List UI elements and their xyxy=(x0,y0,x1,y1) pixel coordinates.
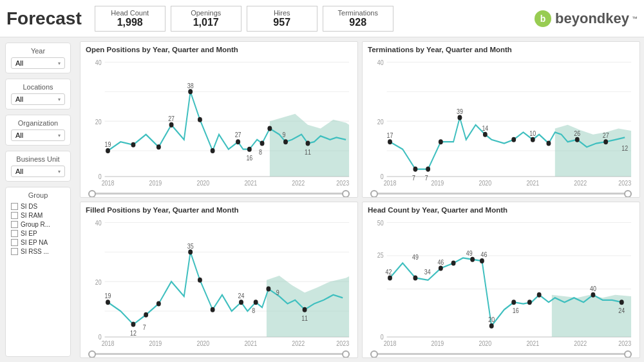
filter-locations-select[interactable]: All ▾ xyxy=(11,93,65,105)
group-item-sids-label: SI DS xyxy=(21,203,37,210)
svg-text:40: 40 xyxy=(590,285,596,292)
svg-text:40: 40 xyxy=(95,219,102,227)
svg-text:16: 16 xyxy=(513,307,519,315)
group-item-groupr-label: Group R... xyxy=(21,221,50,228)
svg-text:7: 7 xyxy=(412,174,415,182)
checkbox-sirss[interactable] xyxy=(11,248,18,255)
svg-text:20: 20 xyxy=(377,118,384,126)
chart-terminations-title: Terminations by Year, Quarter and Month xyxy=(368,46,634,53)
checkbox-siram[interactable] xyxy=(11,212,18,219)
svg-text:27: 27 xyxy=(603,132,609,140)
chevron-down-icon-4: ▾ xyxy=(58,169,61,175)
slider-handle-right-4[interactable] xyxy=(624,350,632,358)
slider-handle-right-2[interactable] xyxy=(624,190,632,198)
svg-point-55 xyxy=(546,141,551,146)
svg-text:b: b xyxy=(540,14,546,24)
slider-track-4[interactable] xyxy=(370,353,632,355)
svg-point-91 xyxy=(266,287,270,292)
checkbox-siepna[interactable] xyxy=(11,239,18,246)
svg-text:12: 12 xyxy=(130,329,137,337)
chart-filled-positions-title: Filled Positions by Year, Quarter and Mo… xyxy=(86,206,352,214)
kpi-hires-value: 957 xyxy=(258,17,307,28)
kpi-headcount-value: 1,998 xyxy=(106,17,155,28)
chart-terminations-svg: 40 20 0 xyxy=(368,55,634,191)
svg-point-21 xyxy=(267,126,272,131)
logo-area: b beyondkey™ xyxy=(533,9,638,28)
group-item-groupr: Group R... xyxy=(11,221,65,228)
svg-point-57 xyxy=(603,139,608,144)
slider-handle-right-3[interactable] xyxy=(342,350,350,358)
kpi-terminations-value: 928 xyxy=(334,17,383,28)
kpi-terminations-label: Terminations xyxy=(334,9,383,17)
svg-text:2023: 2023 xyxy=(618,339,631,347)
chevron-down-icon: ▾ xyxy=(58,61,61,66)
chart-head-count-title: Head Count by Year, Quarter and Month xyxy=(368,206,634,214)
svg-point-56 xyxy=(575,137,580,142)
slider-track[interactable] xyxy=(88,193,350,195)
group-item-siep-label: SI EP xyxy=(21,230,37,237)
sidebar: Year All ▾ Locations All ▾ Organization … xyxy=(0,37,76,362)
chart-filled-positions-slider[interactable] xyxy=(86,352,352,355)
group-item-siepna-label: SI EP NA xyxy=(21,239,48,246)
svg-point-90 xyxy=(254,300,258,305)
svg-text:2020: 2020 xyxy=(196,339,209,347)
kpi-headcount: Head Count 1,998 xyxy=(95,6,166,32)
slider-handle-left-4[interactable] xyxy=(370,350,378,358)
group-item-siram-label: SI RAM xyxy=(21,212,43,219)
svg-text:24: 24 xyxy=(238,292,245,300)
group-title: Group xyxy=(11,191,65,199)
svg-point-13 xyxy=(156,144,161,149)
filter-organization-select[interactable]: All ▾ xyxy=(11,129,65,141)
slider-handle-left-3[interactable] xyxy=(88,350,96,358)
slider-handle-left[interactable] xyxy=(88,190,96,198)
checkbox-sids[interactable] xyxy=(11,203,18,210)
group-item-siram: SI RAM xyxy=(11,212,65,219)
filter-locations-value: All xyxy=(15,95,23,103)
filter-organization-label: Organization xyxy=(11,119,65,127)
svg-text:35: 35 xyxy=(187,242,194,250)
chart-terminations-slider[interactable] xyxy=(368,191,634,195)
filter-year-value: All xyxy=(15,59,23,67)
slider-handle-left-2[interactable] xyxy=(370,190,378,198)
group-item-siepna: SI EP NA xyxy=(11,239,65,246)
logo-tm: ™ xyxy=(632,15,638,22)
svg-text:10: 10 xyxy=(529,129,536,137)
svg-point-120 xyxy=(480,258,484,263)
svg-point-85 xyxy=(156,301,161,307)
svg-text:2018: 2018 xyxy=(384,179,397,187)
slider-track-2[interactable] xyxy=(370,193,632,195)
svg-point-23 xyxy=(306,141,310,146)
header: Forecast Head Count 1,998 Openings 1,017… xyxy=(0,0,644,37)
chart-head-count-slider[interactable] xyxy=(368,352,634,355)
svg-point-19 xyxy=(247,147,252,152)
slider-track-3[interactable] xyxy=(88,353,350,355)
svg-point-118 xyxy=(451,260,456,265)
chart-open-positions-slider[interactable] xyxy=(86,191,352,195)
app-container: Forecast Head Count 1,998 Openings 1,017… xyxy=(0,0,644,362)
svg-point-53 xyxy=(511,137,516,142)
checkbox-groupr[interactable] xyxy=(11,221,18,228)
kpi-terminations: Terminations 928 xyxy=(323,6,393,32)
svg-text:7: 7 xyxy=(143,323,146,331)
checkbox-siep[interactable] xyxy=(11,230,18,237)
svg-point-92 xyxy=(303,307,307,312)
filter-year-select[interactable]: All ▾ xyxy=(11,57,65,69)
logo-text: beyondkey xyxy=(555,10,629,27)
svg-point-47 xyxy=(388,139,392,144)
svg-text:2020: 2020 xyxy=(478,339,491,347)
svg-text:20: 20 xyxy=(95,118,102,126)
svg-text:19: 19 xyxy=(105,292,111,300)
filter-business-unit-select[interactable]: All ▾ xyxy=(11,166,65,177)
svg-text:8: 8 xyxy=(252,307,255,315)
svg-text:26: 26 xyxy=(574,129,580,137)
page-title: Forecast xyxy=(6,8,82,29)
slider-handle-right[interactable] xyxy=(342,190,350,198)
kpi-openings-value: 1,017 xyxy=(182,17,231,28)
svg-text:2019: 2019 xyxy=(149,179,162,187)
chart-open-positions-svg: 40 20 0 xyxy=(86,55,352,191)
svg-text:2022: 2022 xyxy=(292,339,305,347)
svg-text:20: 20 xyxy=(488,316,495,324)
group-item-sids: SI DS xyxy=(11,203,65,210)
svg-text:2022: 2022 xyxy=(574,179,587,187)
svg-point-14 xyxy=(169,122,174,128)
